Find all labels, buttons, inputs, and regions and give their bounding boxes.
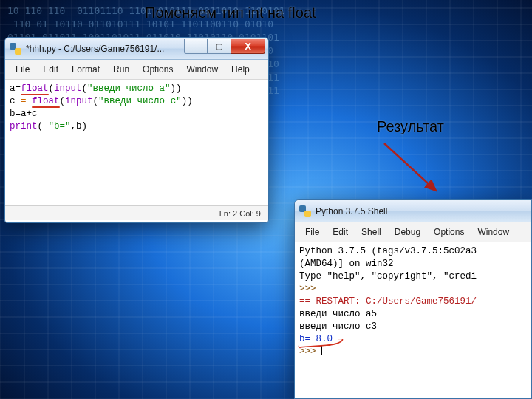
menu-run[interactable]: Run — [107, 63, 135, 76]
slide-stage: 10 110 110 01101110 1101 010111 0011010 … — [0, 0, 532, 399]
menu-help[interactable]: Help — [225, 63, 256, 76]
editor-statusbar: Ln: 2 Col: 9 — [5, 205, 268, 220]
code-print: print — [10, 121, 38, 132]
shell-menu-window[interactable]: Window — [471, 225, 515, 239]
shell-banner-2: (AMD64)] on win32 — [299, 259, 394, 269]
shell-prompt-2: >>> — [299, 347, 321, 357]
maximize-glyph: ▢ — [216, 42, 222, 50]
close-glyph: X — [245, 41, 251, 52]
shell-menu-shell[interactable]: Shell — [355, 225, 387, 239]
code-token: ( — [93, 96, 99, 106]
editor-title: *hhh.py - C:/Users/Game756191/... — [26, 44, 180, 54]
menu-edit[interactable]: Edit — [37, 63, 64, 76]
code-token: c — [10, 96, 21, 106]
code-token: ( — [82, 83, 88, 94]
shell-titlebar[interactable]: Python 3.7.5 Shell — [295, 200, 531, 222]
code-line-3: b=a+c — [10, 109, 38, 119]
menu-options[interactable]: Options — [137, 63, 179, 76]
code-editor[interactable]: a=float(input("введи число a")) c = floa… — [5, 80, 268, 205]
shell-input-a: введи число a5 — [299, 309, 377, 319]
cursor-position: Ln: 2 Col: 9 — [219, 209, 261, 218]
code-token: a= — [10, 83, 21, 94]
editor-titlebar[interactable]: *hhh.py - C:/Users/Game756191/... — ▢ X — [5, 38, 268, 60]
svg-line-0 — [384, 143, 436, 191]
shell-output[interactable]: Python 3.7.5 (tags/v3.7.5:5c02a3 (AMD64)… — [295, 242, 531, 398]
shell-menu-options[interactable]: Options — [428, 225, 470, 239]
shell-input-c: введи число c3 — [299, 321, 377, 332]
code-eq: = — [21, 96, 27, 106]
code-input-2: input — [65, 96, 93, 106]
editor-menubar: File Edit Format Run Options Window Help — [5, 60, 268, 80]
annotation-change-type: Поменяем тип int на float — [145, 4, 337, 21]
shell-output-b: b= 8.0 — [299, 334, 332, 344]
text-cursor — [321, 346, 322, 355]
code-token: ( — [38, 121, 49, 132]
menu-format[interactable]: Format — [66, 63, 106, 76]
shell-window: Python 3.7.5 Shell File Edit Shell Debug… — [294, 200, 532, 399]
python-icon — [10, 43, 21, 55]
shell-title: Python 3.7.5 Shell — [316, 206, 531, 216]
window-buttons: — ▢ X — [184, 39, 265, 54]
menu-window[interactable]: Window — [180, 63, 224, 76]
code-float-2: float — [32, 96, 60, 106]
code-str-2: "введи число c" — [98, 96, 182, 106]
close-button[interactable]: X — [231, 39, 265, 54]
code-token: ( — [49, 83, 55, 94]
menu-file[interactable]: File — [10, 63, 35, 76]
code-token: ,b) — [71, 121, 88, 132]
shell-restart: == RESTART: C:/Users/Game756191/ — [299, 296, 477, 307]
shell-menu-edit[interactable]: Edit — [327, 225, 354, 239]
code-token — [27, 96, 33, 106]
minimize-glyph: — — [192, 42, 200, 50]
shell-prompt-1: >>> — [299, 284, 321, 294]
python-icon — [299, 205, 311, 217]
shell-menubar: File Edit Shell Debug Options Window — [295, 222, 531, 242]
annotation-result: Результат — [377, 118, 466, 135]
code-token: )) — [182, 96, 193, 106]
code-token: )) — [171, 83, 182, 94]
code-token: ( — [60, 96, 66, 106]
code-str-3: "b=" — [49, 121, 71, 132]
shell-banner-3: Type "help", "copyright", "credi — [299, 271, 477, 282]
editor-window: *hhh.py - C:/Users/Game756191/... — ▢ X … — [4, 37, 269, 223]
code-input-1: input — [54, 83, 82, 94]
maximize-button[interactable]: ▢ — [208, 39, 231, 54]
arrow-to-result — [369, 137, 458, 204]
code-float-1: float — [21, 83, 49, 94]
shell-menu-file[interactable]: File — [299, 225, 325, 239]
shell-banner-1: Python 3.7.5 (tags/v3.7.5:5c02a3 — [299, 246, 477, 256]
shell-menu-debug[interactable]: Debug — [389, 225, 426, 239]
code-str-1: "введи число a" — [87, 83, 171, 94]
minimize-button[interactable]: — — [184, 39, 208, 54]
